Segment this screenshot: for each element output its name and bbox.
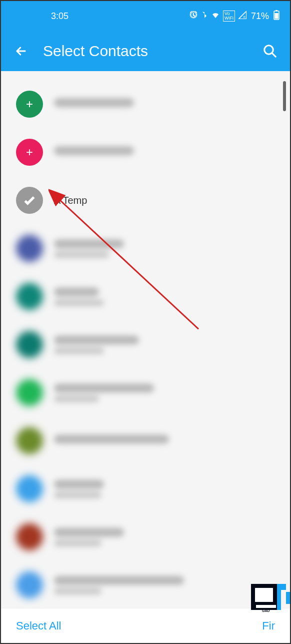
contact-item[interactable] [1,320,290,369]
page-title: Select Contacts [43,43,260,60]
alarm-icon [189,11,198,22]
contact-avatar [16,331,43,358]
contact-info-blurred [54,384,275,402]
svg-marker-10 [255,588,273,602]
svg-rect-8 [256,605,276,608]
contact-list[interactable]: + + A Temp [1,71,290,608]
contact-info-blurred [54,336,275,354]
svg-rect-3 [275,13,278,19]
svg-rect-12 [286,592,290,604]
back-button[interactable] [11,41,31,61]
select-all-button[interactable]: Select All [16,619,62,632]
selected-check-icon [16,187,43,214]
status-bar: 3:05 VoWiFi R 71% [1,1,290,31]
contact-avatar: + [16,91,43,118]
bottom-bar: Select All Fir [1,608,290,643]
battery-percent: 71% [251,11,269,22]
contact-avatar [16,235,43,262]
battery-icon [273,10,280,23]
contact-info-blurred [54,146,275,158]
contact-avatar [16,283,43,310]
svg-rect-2 [276,10,278,11]
contact-item[interactable] [1,417,290,465]
contact-item[interactable] [1,272,290,320]
contact-avatar [16,427,43,454]
contact-item[interactable] [1,465,290,513]
wifi-icon [211,11,220,22]
contact-avatar: + [16,139,43,166]
bottom-right-action[interactable]: Fir [262,619,275,632]
contact-avatar [16,379,43,406]
svg-marker-11 [277,584,286,610]
contact-avatar [16,571,43,598]
contact-avatar [16,523,43,550]
contact-info-blurred [54,287,275,306]
contact-info-blurred [54,98,275,110]
search-button[interactable] [260,41,280,61]
status-icons: VoWiFi R [189,11,247,22]
contact-item-selected[interactable]: A Temp [1,176,290,224]
contact-avatar [16,475,43,502]
status-right: VoWiFi R 71% [189,10,280,23]
contact-item[interactable] [1,369,290,417]
svg-text:GAD: GAD [262,609,270,612]
watermark-logo: GAD [251,575,290,614]
contact-item[interactable] [1,224,290,272]
bluetooth-icon [201,11,208,22]
signal-icon: R [238,11,247,22]
contact-name: A Temp [54,195,275,206]
contact-info-blurred [54,435,275,447]
svg-text:R: R [243,16,246,19]
status-time: 3:05 [11,11,68,22]
contact-item[interactable] [1,561,290,608]
contact-info: A Temp [54,195,275,206]
contact-item[interactable] [1,513,290,561]
contact-info-blurred [54,480,275,498]
vowifi-icon: VoWiFi [223,11,235,22]
contact-info-blurred [54,528,275,546]
contact-item[interactable]: + [1,80,290,128]
contact-info-blurred [54,576,275,594]
contact-item[interactable]: + [1,128,290,176]
app-bar: Select Contacts [1,31,290,71]
contact-info-blurred [54,239,275,258]
